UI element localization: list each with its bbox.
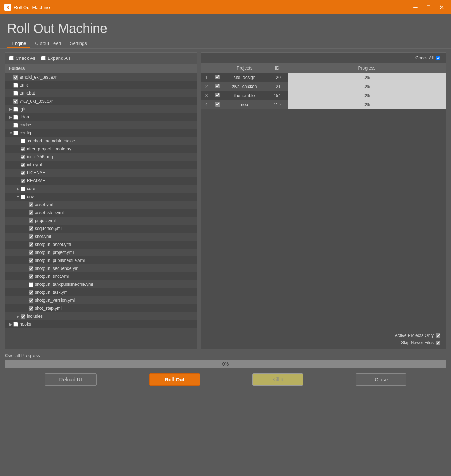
tree-item-checkbox[interactable] bbox=[13, 322, 18, 327]
expander-icon[interactable]: ▶ bbox=[16, 186, 21, 191]
tree-item-checkbox[interactable] bbox=[13, 131, 18, 135]
project-checkbox[interactable] bbox=[215, 102, 220, 107]
tree-item-checkbox[interactable] bbox=[29, 298, 33, 303]
tree-item-checkbox[interactable] bbox=[29, 218, 33, 223]
skip-newer-files-checkbox[interactable] bbox=[436, 341, 440, 345]
tree-item-checkbox[interactable] bbox=[21, 155, 25, 159]
check-all-right-checkbox[interactable] bbox=[436, 56, 440, 60]
tree-item[interactable]: ▼env bbox=[5, 193, 197, 201]
tree-item-checkbox[interactable] bbox=[21, 179, 25, 183]
tree-item-checkbox[interactable] bbox=[13, 91, 18, 96]
row-checkbox-cell[interactable] bbox=[212, 91, 223, 100]
row-checkbox-cell[interactable] bbox=[212, 73, 223, 82]
tree-item-checkbox[interactable] bbox=[21, 163, 25, 167]
expand-all-checkbox[interactable] bbox=[41, 56, 46, 60]
reload-ui-button[interactable]: Reload UI bbox=[45, 373, 97, 386]
tab-engine[interactable]: Engine bbox=[7, 39, 30, 48]
tree-item[interactable]: sequence.yml bbox=[5, 225, 197, 233]
tree-item-checkbox[interactable] bbox=[21, 195, 25, 199]
row-checkbox-cell[interactable] bbox=[212, 82, 223, 91]
active-projects-only-checkbox[interactable] bbox=[436, 333, 440, 338]
tree-item-checkbox[interactable] bbox=[21, 314, 25, 319]
tree-item[interactable]: shotgun_sequence.yml bbox=[5, 264, 197, 272]
tree-item-checkbox[interactable] bbox=[29, 290, 33, 295]
expand-all[interactable]: Expand All bbox=[41, 55, 70, 61]
tree-item-checkbox[interactable] bbox=[29, 306, 33, 311]
tree-item[interactable]: asset_step.yml bbox=[5, 209, 197, 217]
tree-item-checkbox[interactable] bbox=[29, 250, 33, 255]
tree-item-checkbox[interactable] bbox=[21, 171, 25, 175]
tree-item-checkbox[interactable] bbox=[29, 202, 33, 207]
close-window-button[interactable]: ✕ bbox=[437, 2, 447, 12]
tree-item-checkbox[interactable] bbox=[29, 226, 33, 231]
tree-item[interactable]: shot.yml bbox=[5, 233, 197, 241]
tree-item[interactable]: tank bbox=[5, 81, 197, 89]
tree-item-checkbox[interactable] bbox=[21, 147, 25, 151]
minimize-button[interactable]: ─ bbox=[410, 2, 421, 12]
active-projects-only[interactable]: Active Projects Only bbox=[395, 333, 440, 338]
check-all-left[interactable]: Check All bbox=[9, 55, 35, 61]
tree-item-checkbox[interactable] bbox=[13, 115, 18, 120]
project-checkbox[interactable] bbox=[215, 93, 220, 97]
tree-item[interactable]: shotgun_version.yml bbox=[5, 296, 197, 304]
roll-out-button[interactable]: Roll Out bbox=[149, 373, 200, 386]
tree-item[interactable]: tank.bat bbox=[5, 89, 197, 97]
tree-item[interactable]: shotgun_tankpublishedfile.yml bbox=[5, 280, 197, 288]
tree-item-checkbox[interactable] bbox=[21, 187, 25, 191]
tree-item-label: includes bbox=[27, 314, 43, 319]
tree-item[interactable]: shotgun_task.yml bbox=[5, 288, 197, 296]
tree-item-checkbox[interactable] bbox=[29, 266, 33, 271]
expander-icon[interactable]: ▼ bbox=[8, 130, 13, 135]
tree-item[interactable]: shotgun_asset.yml bbox=[5, 241, 197, 249]
tree-item-checkbox[interactable] bbox=[21, 139, 25, 143]
tree-item-checkbox[interactable] bbox=[29, 282, 33, 287]
tree-item[interactable]: ▼config bbox=[5, 129, 197, 137]
tree-item[interactable]: after_project_create.py bbox=[5, 145, 197, 153]
tree-item-checkbox[interactable] bbox=[29, 210, 33, 215]
tree-item-checkbox[interactable] bbox=[29, 258, 33, 263]
tree-item[interactable]: README bbox=[5, 177, 197, 185]
tree-item[interactable]: .cached_metadata.pickle bbox=[5, 137, 197, 145]
tree-item-checkbox[interactable] bbox=[29, 234, 33, 239]
expander-icon[interactable]: ▶ bbox=[16, 314, 21, 319]
tree-item-checkbox[interactable] bbox=[29, 274, 33, 279]
row-checkbox-cell[interactable] bbox=[212, 100, 223, 109]
tab-settings[interactable]: Settings bbox=[66, 39, 91, 48]
tree-item[interactable]: project.yml bbox=[5, 217, 197, 225]
tree-item[interactable]: shot_step.yml bbox=[5, 304, 197, 312]
tree-item[interactable]: LICENSE bbox=[5, 169, 197, 177]
close-button[interactable]: Close bbox=[356, 373, 406, 386]
tree-item[interactable]: ▶.idea bbox=[5, 113, 197, 121]
tree-item[interactable]: ▶.git bbox=[5, 105, 197, 113]
tree-item[interactable]: vray_exr_test.exr bbox=[5, 97, 197, 105]
tree-item-checkbox[interactable] bbox=[13, 123, 18, 128]
project-checkbox[interactable] bbox=[215, 75, 220, 79]
tree-item[interactable]: ▶hooks bbox=[5, 320, 197, 328]
check-all-left-checkbox[interactable] bbox=[9, 56, 14, 60]
tree-item-checkbox[interactable] bbox=[13, 75, 18, 80]
tree-item-checkbox[interactable] bbox=[13, 83, 18, 88]
tree-item[interactable]: asset.yml bbox=[5, 201, 197, 209]
tree-item[interactable]: shotgun_publishedfile.yml bbox=[5, 256, 197, 264]
tree-item[interactable]: cache bbox=[5, 121, 197, 129]
tree-item[interactable]: ▶core bbox=[5, 185, 197, 193]
expander-icon[interactable]: ▶ bbox=[8, 107, 13, 112]
tree-item[interactable]: icon_256.png bbox=[5, 153, 197, 161]
tree-item-checkbox[interactable] bbox=[13, 99, 18, 104]
tree-item[interactable]: info.yml bbox=[5, 161, 197, 169]
tree-item[interactable]: ▶includes bbox=[5, 312, 197, 320]
expander-icon[interactable]: ▶ bbox=[8, 114, 13, 120]
tree-item[interactable]: shotgun_shot.yml bbox=[5, 272, 197, 280]
tree-item-checkbox[interactable] bbox=[13, 107, 18, 112]
project-checkbox[interactable] bbox=[215, 84, 220, 88]
expander-icon[interactable]: ▶ bbox=[8, 322, 13, 327]
expander-icon[interactable]: ▼ bbox=[16, 194, 21, 199]
tree-item[interactable]: shotgun_project.yml bbox=[5, 249, 197, 256]
skip-newer-files[interactable]: Skip Newer Files bbox=[401, 340, 440, 345]
kill-it-button[interactable]: Kill It bbox=[252, 373, 303, 386]
tree-item-checkbox[interactable] bbox=[29, 242, 33, 247]
tab-output-feed[interactable]: Output Feed bbox=[30, 39, 65, 48]
folder-tree[interactable]: arnold_exr_test.exrtanktank.batvray_exr_… bbox=[5, 73, 197, 349]
tree-item[interactable]: arnold_exr_test.exr bbox=[5, 73, 197, 81]
restore-button[interactable]: □ bbox=[423, 2, 434, 12]
